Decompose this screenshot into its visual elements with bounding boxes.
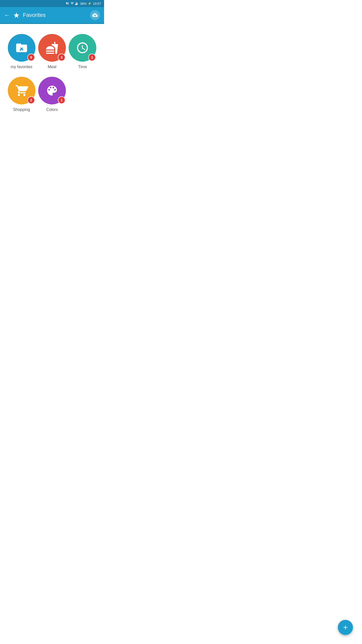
app-bar: ← ★ Favorites: [0, 7, 104, 23]
category-colors[interactable]: 1 Colors: [38, 77, 66, 112]
svg-rect-2: [77, 2, 77, 5]
category-shopping[interactable]: 2 Shopping: [8, 77, 35, 112]
content-area: 9 my favorites 3 Meal: [0, 24, 104, 127]
status-bar: 36% ⚡ 19:57: [0, 0, 104, 7]
category-meal[interactable]: 3 Meal: [38, 34, 66, 69]
my-favorites-label: my favorites: [11, 65, 32, 69]
star-icon: ★: [13, 11, 20, 20]
meal-label: Meal: [48, 65, 57, 69]
my-favorites-badge: 9: [27, 54, 35, 61]
shopping-badge: 2: [27, 96, 35, 104]
svg-rect-0: [75, 4, 76, 5]
mute-icon: [66, 2, 69, 6]
cart-icon: [15, 84, 28, 97]
category-time[interactable]: 1 Time: [69, 34, 97, 69]
folder-star-icon: [15, 41, 28, 54]
category-row-2: 2 Shopping 1 Colors: [5, 77, 99, 119]
meal-circle-wrapper: 3: [38, 34, 66, 62]
shopping-circle-wrapper: 2: [8, 77, 35, 104]
time-label: Time: [78, 65, 87, 69]
empty-cell: [69, 77, 97, 112]
svg-rect-1: [76, 3, 76, 5]
svg-rect-3: [77, 4, 78, 5]
page-title: Favorites: [23, 12, 87, 18]
colors-circle-wrapper: 1: [38, 77, 66, 104]
battery-text: 36%: [80, 2, 86, 6]
meal-badge: 3: [58, 54, 65, 61]
clock-icon: [76, 41, 89, 54]
time-circle-wrapper: 1: [69, 34, 96, 62]
category-my-favorites[interactable]: 9 my favorites: [8, 34, 35, 69]
download-button[interactable]: [90, 10, 100, 20]
wifi-icon: [70, 2, 74, 6]
time-text: 19:57: [93, 2, 101, 6]
colors-badge: 1: [58, 96, 65, 104]
palette-icon: [46, 84, 59, 97]
back-button[interactable]: ←: [4, 12, 10, 19]
status-icons: 36% ⚡ 19:57: [66, 2, 101, 6]
my-favorites-circle-wrapper: 9: [8, 34, 35, 62]
colors-label: Colors: [46, 107, 58, 112]
signal-icon: [75, 2, 79, 6]
fork-spoon-icon: [46, 41, 59, 54]
shopping-label: Shopping: [13, 107, 30, 112]
battery-icon: ⚡: [88, 2, 92, 5]
time-badge: 1: [88, 54, 96, 61]
category-row-1: 9 my favorites 3 Meal: [5, 31, 99, 77]
